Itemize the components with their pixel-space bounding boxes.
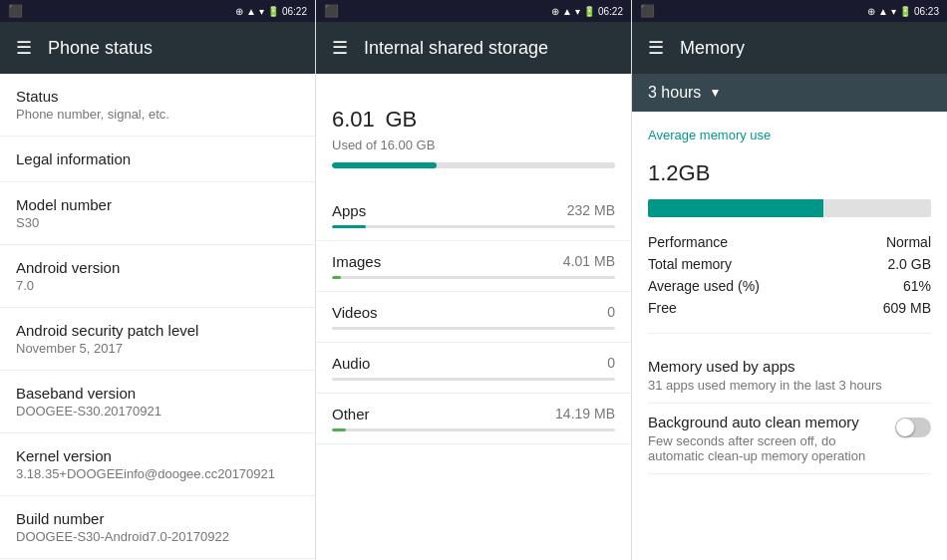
storage-images-bar (332, 276, 615, 279)
chevron-down-icon: ▼ (709, 86, 721, 100)
status-bar-2: ⬛ ⊕ ▲ ▾ 🔋 06:22 (316, 0, 631, 22)
storage-used-value: 6.01 GB (332, 94, 615, 136)
storage-item-images[interactable]: Images 4.01 MB (316, 241, 631, 292)
phone-status-title: Phone status (48, 38, 153, 59)
memory-stat-performance: Performance Normal (648, 231, 931, 253)
status-bar-2-content: ⬛ ⊕ ▲ ▾ 🔋 06:22 (316, 0, 631, 22)
storage-audio-size: 0 (607, 355, 615, 371)
list-item-legal-title: Legal information (16, 150, 299, 167)
status-bar-3: ⬛ ⊕ ▲ ▾ 🔋 06:23 (632, 0, 947, 22)
list-item-model[interactable]: Model number S30 (0, 182, 315, 245)
location-icon: ⊕ (235, 6, 243, 17)
list-item-status[interactable]: Status Phone number, signal, etc. (0, 74, 315, 137)
storage-title: Internal shared storage (364, 38, 548, 59)
sim-icon: ⬛ (8, 4, 23, 18)
storage-apps-label: Apps (332, 202, 366, 219)
storage-images-size: 4.01 MB (563, 253, 615, 269)
storage-panel: ⬛ ⊕ ▲ ▾ 🔋 06:22 ☰ Internal shared storag… (316, 0, 632, 560)
time-2: 06:22 (598, 6, 623, 17)
memory-stats-section: Performance Normal Total memory 2.0 GB A… (648, 231, 931, 334)
list-item-kernel-subtitle: 3.18.35+DOOGEEinfo@doogee.cc20170921 (16, 466, 299, 481)
storage-header: 6.01 GB Used of 16.00 GB (316, 74, 631, 190)
storage-toolbar: ☰ Internal shared storage (316, 22, 631, 74)
status-bar-3-content: ⬛ ⊕ ▲ ▾ 🔋 06:23 (632, 0, 947, 22)
list-item-model-subtitle: S30 (16, 215, 299, 230)
memory-auto-clean-subtitle: Few seconds after screen off, do automat… (648, 433, 895, 463)
status-icons-1: ⊕ ▲ ▾ 🔋 06:22 (235, 6, 307, 17)
list-item-security-title: Android security patch level (16, 322, 299, 339)
list-item-legal[interactable]: Legal information (0, 137, 315, 182)
storage-item-apps[interactable]: Apps 232 MB (316, 190, 631, 241)
list-item-build-title: Build number (16, 510, 299, 527)
storage-audio-label: Audio (332, 355, 370, 372)
memory-stat-avg-used: Average used (%) 61% (648, 275, 931, 297)
list-item-kernel-title: Kernel version (16, 447, 299, 464)
toggle-knob (896, 419, 914, 436)
memory-stat-free: Free 609 MB (648, 297, 931, 319)
wifi-icon-2: ▾ (575, 6, 580, 17)
location-icon-3: ⊕ (867, 6, 875, 17)
list-item-android-version[interactable]: Android version 7.0 (0, 245, 315, 308)
storage-apps-bar (332, 225, 615, 228)
storage-item-videos[interactable]: Videos 0 (316, 292, 631, 343)
storage-item-audio[interactable]: Audio 0 (316, 343, 631, 394)
list-item-build[interactable]: Build number DOOGEE-S30-Android7.0-20170… (0, 496, 315, 559)
memory-auto-clean-section: Background auto clean memory Few seconds… (648, 404, 931, 474)
wifi-icon-3: ▾ (891, 6, 896, 17)
storage-audio-bar (332, 378, 615, 381)
list-item-model-title: Model number (16, 196, 299, 213)
list-item-android-title: Android version (16, 259, 299, 276)
memory-usage-fill (648, 199, 823, 217)
location-icon-2: ⊕ (551, 6, 559, 17)
list-item-status-subtitle: Phone number, signal, etc. (16, 107, 299, 122)
memory-used-by-apps-section[interactable]: Memory used by apps 31 apps used memory … (648, 348, 931, 404)
avg-memory-label: Average memory use (648, 128, 931, 142)
memory-content: Average memory use 1.2GB Performance Nor… (632, 112, 947, 560)
list-item-baseband-subtitle: DOOGEE-S30.20170921 (16, 404, 299, 419)
memory-time-dropdown[interactable]: 3 hours ▼ (632, 74, 947, 112)
auto-clean-toggle[interactable] (895, 418, 931, 437)
battery-icon: 🔋 (267, 6, 279, 17)
phone-status-panel: ⬛ ⊕ ▲ ▾ 🔋 06:22 ☰ Phone status Status Ph… (0, 0, 316, 560)
hamburger-icon-2[interactable]: ☰ (332, 37, 348, 59)
signal-icon: ▲ (246, 6, 256, 17)
memory-toolbar: ☰ Memory (632, 22, 947, 74)
status-bar-1: ⬛ ⊕ ▲ ▾ 🔋 06:22 (0, 0, 315, 22)
memory-time-label: 3 hours (648, 84, 701, 102)
list-item-android-subtitle: 7.0 (16, 278, 299, 293)
battery-icon-2: 🔋 (583, 6, 595, 17)
memory-panel: ⬛ ⊕ ▲ ▾ 🔋 06:23 ☰ Memory 3 hours ▼ Avera… (632, 0, 947, 560)
storage-item-other[interactable]: Other 14.19 MB (316, 394, 631, 444)
list-item-build-subtitle: DOOGEE-S30-Android7.0-20170922 (16, 529, 299, 544)
storage-images-label: Images (332, 253, 381, 270)
list-item-baseband-title: Baseband version (16, 385, 299, 402)
list-item-baseband[interactable]: Baseband version DOOGEE-S30.20170921 (0, 371, 315, 433)
battery-icon-3: 🔋 (899, 6, 911, 17)
storage-main-bar (332, 162, 615, 168)
signal-icon-2: ▲ (562, 6, 572, 17)
list-item-security-patch[interactable]: Android security patch level November 5,… (0, 308, 315, 371)
memory-used-by-apps-title: Memory used by apps (648, 358, 931, 375)
list-item-kernel[interactable]: Kernel version 3.18.35+DOOGEEinfo@doogee… (0, 433, 315, 496)
phone-status-toolbar: ☰ Phone status (0, 22, 315, 74)
storage-bar-fill (332, 162, 437, 168)
storage-videos-size: 0 (607, 304, 615, 320)
avg-memory-value: 1.2GB (648, 146, 931, 189)
storage-videos-bar (332, 327, 615, 330)
time-3: 06:23 (914, 6, 939, 17)
memory-stat-total: Total memory 2.0 GB (648, 253, 931, 275)
storage-apps-size: 232 MB (567, 202, 615, 218)
memory-auto-clean-title: Background auto clean memory (648, 414, 895, 430)
hamburger-icon-3[interactable]: ☰ (648, 37, 664, 59)
storage-other-bar (332, 428, 615, 431)
storage-other-label: Other (332, 406, 370, 422)
sim-icon-2: ⬛ (324, 4, 339, 18)
signal-icon-3: ▲ (878, 6, 888, 17)
status-icons-3: ⊕ ▲ ▾ 🔋 06:23 (867, 6, 939, 17)
memory-usage-bar (648, 199, 931, 217)
storage-content: 6.01 GB Used of 16.00 GB Apps 232 MB I (316, 74, 631, 560)
wifi-icon: ▾ (259, 6, 264, 17)
memory-used-by-apps-subtitle: 31 apps used memory in the last 3 hours (648, 378, 931, 393)
hamburger-icon-1[interactable]: ☰ (16, 37, 32, 59)
storage-videos-label: Videos (332, 304, 378, 321)
